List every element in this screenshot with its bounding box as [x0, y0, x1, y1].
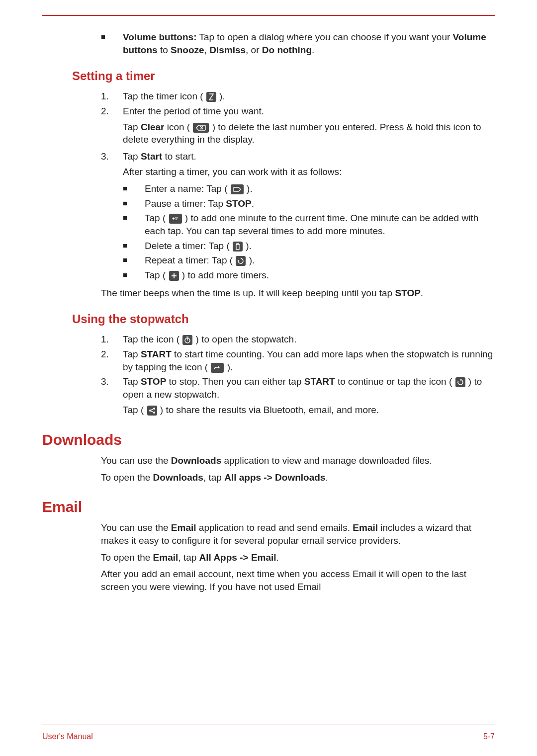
b2b: . — [252, 198, 254, 209]
footer-left: User's Manual — [42, 732, 93, 741]
b3a: Tap ( — [145, 213, 169, 223]
timer-step-2-para: Tap Clear icon ( ) to delete the last nu… — [123, 121, 495, 146]
footer-right: 5-7 — [483, 732, 495, 741]
email-p1: You can use the Email application to rea… — [101, 521, 495, 547]
top-rule — [42, 15, 495, 16]
t1b: ). — [217, 91, 225, 101]
s3a: Tap — [123, 376, 141, 387]
stopwatch-icon — [182, 335, 192, 345]
vb-t1: Tap to open a dialog where you can choos… — [196, 32, 452, 42]
t3a: Tap — [123, 151, 141, 162]
stopwatch-step-2: Tap START to start time counting. You ca… — [101, 348, 495, 373]
t2clear: Clear — [141, 122, 165, 132]
timer-step-1: Tap the timer icon ( ). — [101, 90, 495, 103]
dl1c: application to view and manage downloade… — [221, 455, 432, 466]
downloads-p2: To open the Downloads, tap All apps -> D… — [101, 471, 495, 484]
vb-period: . — [312, 45, 314, 55]
vb-dismiss: Dismiss — [209, 45, 246, 55]
timer-sub-delete: Delete a timer: Tap ( ). — [123, 240, 495, 252]
b3b: ) to add one minute to the current time.… — [145, 213, 478, 236]
s3pb: ) to share the results via Bluetooth, em… — [158, 405, 379, 415]
tca: The timer beeps when the time is up. It … — [101, 288, 395, 298]
repeat-icon — [236, 256, 246, 266]
share-icon — [147, 406, 157, 416]
vb-c2: , or — [246, 45, 262, 55]
vb-snooze: Snooze — [171, 45, 204, 55]
vb-donothing: Do nothing — [262, 45, 312, 55]
s3start: START — [304, 376, 335, 387]
dl2e: . — [325, 472, 328, 483]
tcb: . — [421, 288, 423, 298]
timer-sub-repeat: Repeat a timer: Tap ( ). — [123, 254, 495, 267]
tcstop: STOP — [395, 288, 420, 298]
b4b: ). — [243, 241, 252, 251]
downloads-p1: You can use the Downloads application to… — [101, 454, 495, 467]
plus-one-icon: +1' — [169, 214, 182, 224]
timer-sub-pause: Pause a timer: Tap STOP. — [123, 197, 495, 210]
s1b: ) to open the stopwatch. — [193, 334, 296, 344]
stopwatch-step-1: Tap the icon ( ) to open the stopwatch. — [101, 333, 495, 346]
dl2d: All apps -> Downloads — [224, 472, 325, 483]
timer-step-2: Enter the period of time you want. Tap C… — [101, 105, 495, 146]
label-icon — [231, 184, 244, 194]
heading-downloads: Downloads — [42, 431, 495, 448]
timer-sub-add: Tap ( ) to add more timers. — [123, 269, 495, 282]
timer-icon — [206, 92, 216, 102]
svg-point-3 — [153, 412, 155, 414]
t3b: to start. — [162, 151, 196, 162]
email-p2: To open the Email, tap All Apps -> Email… — [101, 551, 495, 564]
lap-icon — [211, 363, 224, 373]
em2d: All Apps -> Email — [199, 552, 276, 563]
bottom-rule — [42, 725, 495, 725]
timer-steps: Tap the timer icon ( ). Enter the period… — [101, 90, 495, 281]
t2: Enter the period of time you want. — [123, 106, 264, 116]
em2b: Email — [153, 552, 179, 563]
t1a: Tap the timer icon ( — [123, 91, 206, 101]
b1a: Enter a name: Tap ( — [145, 183, 230, 194]
s2a: Tap — [123, 349, 141, 359]
b4a: Delete a timer: Tap ( — [145, 241, 232, 251]
stopwatch-step-3: Tap STOP to stop. Then you can either ta… — [101, 375, 495, 417]
b5b: ). — [246, 255, 255, 265]
volume-buttons-item: Volume buttons: Tap to open a dialog whe… — [101, 31, 495, 56]
b6b: ) to add more timers. — [179, 270, 269, 280]
dl2c: , tap — [203, 472, 224, 483]
stopwatch-steps: Tap the icon ( ) to open the stopwatch. … — [101, 333, 495, 417]
b1b: ). — [244, 183, 253, 194]
s1a: Tap the icon ( — [123, 334, 182, 344]
b5a: Repeat a timer: Tap ( — [145, 255, 235, 265]
em1b: Email — [171, 522, 196, 533]
timer-step-3: Tap Start to start. After starting a tim… — [101, 150, 495, 282]
timer-sub-name: Enter a name: Tap ( ). — [123, 182, 495, 195]
dl1b: Downloads — [171, 455, 221, 466]
em1c: application to read and send emails. — [196, 522, 353, 533]
vb-t3: to — [158, 45, 171, 55]
dl1a: You can use the — [101, 455, 171, 466]
b6a: Tap ( — [145, 270, 169, 280]
s3c: to continue or tap the icon ( — [335, 376, 455, 387]
t3start: Start — [141, 151, 162, 162]
b2a: Pause a timer: Tap — [145, 198, 226, 209]
heading-setting-timer: Setting a timer — [72, 69, 495, 83]
em2c: , tap — [178, 552, 199, 563]
s2c: ). — [224, 362, 233, 372]
dl2b: Downloads — [153, 472, 203, 483]
t2pa: Tap — [123, 122, 141, 132]
timer-closing: The timer beeps when the time is up. It … — [101, 287, 495, 300]
s2b: to start time counting. You can add more… — [123, 349, 493, 372]
dl2a: To open the — [101, 472, 153, 483]
s3b: to stop. Then you can either tap — [166, 376, 304, 387]
timer-sub-plus1: Tap ( +1' ) to add one minute to the cur… — [123, 212, 495, 237]
b2stop: STOP — [226, 198, 251, 209]
em2a: To open the — [101, 552, 153, 563]
plus-icon — [169, 271, 179, 281]
trash-icon — [233, 242, 243, 252]
stopwatch-share-para: Tap ( ) to share the results via Bluetoo… — [123, 404, 495, 417]
em1d: Email — [353, 522, 378, 533]
email-p3: After you add an email account, next tim… — [101, 568, 495, 593]
vb-bold: Volume buttons: — [123, 32, 196, 42]
svg-point-1 — [153, 408, 155, 410]
backspace-icon — [193, 123, 209, 133]
heading-stopwatch: Using the stopwatch — [72, 312, 495, 326]
heading-email: Email — [42, 499, 495, 515]
